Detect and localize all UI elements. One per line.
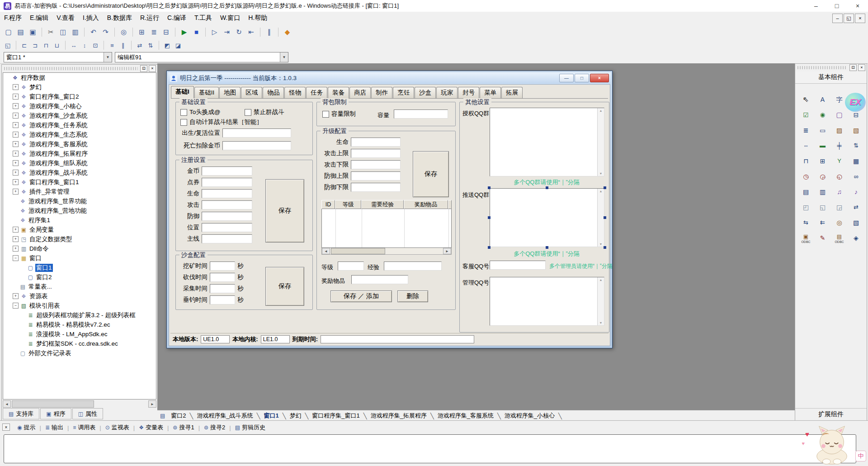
component-directory-box[interactable]: ◱ [816, 201, 829, 214]
output-tab-剪辑历史[interactable]: ▤剪辑历史 [231, 423, 269, 433]
paste-button[interactable]: ▥ [70, 26, 81, 38]
component-updown[interactable]: ⇅ [850, 139, 863, 152]
output-text-area[interactable] [4, 434, 856, 463]
same-height-button[interactable]: ↕ [80, 40, 90, 50]
scroll-up-icon[interactable]: ▲ [599, 108, 603, 113]
run-button[interactable]: ▶ [179, 26, 190, 38]
align-top-button[interactable]: ⊓ [41, 40, 51, 50]
table-horizontal-scrollbar[interactable]: ◄ ► [321, 248, 452, 255]
output-tab-提示[interactable]: ◉提示 [14, 423, 39, 433]
component-hyperlink[interactable]: ∞ [850, 170, 863, 183]
designer-tab-装备[interactable]: 装备 [328, 87, 349, 98]
panel-close-button[interactable]: × [858, 64, 865, 71]
scroll-up-icon[interactable]: ▲ [599, 189, 603, 194]
designer-titlebar[interactable]: 明日之后第一季 ------------- 当前版本：1.0.3 — □ × [168, 72, 611, 84]
component-database-box[interactable]: ◎ [833, 216, 846, 229]
bring-front-button[interactable]: ◩ [162, 40, 172, 50]
mdi-tab-窗口2[interactable]: 窗口2 [167, 411, 189, 420]
expand-icon[interactable]: + [13, 170, 19, 176]
tree-item[interactable]: +❖游戏程序集_客服系统 [3, 139, 156, 149]
component-checkbox[interactable]: ☑ [800, 109, 812, 121]
find-button[interactable]: ◎ [118, 26, 129, 38]
wizard-button[interactable]: ◆ [282, 26, 293, 38]
upgrade-input-3[interactable] [351, 171, 401, 181]
expand-icon[interactable]: + [13, 160, 19, 166]
tree-item[interactable]: +❖游戏程序集_战斗系统 [3, 168, 156, 177]
upgrade-save-button[interactable]: 保存 [413, 151, 449, 197]
close-button[interactable]: × [847, 0, 868, 12]
designer-tab-烹饪[interactable]: 烹饪 [393, 87, 414, 98]
component-drive-box[interactable]: ◲ [833, 201, 846, 214]
tree-item[interactable]: ▤常量表... [3, 282, 156, 291]
designer-tab-地图[interactable]: 地图 [219, 87, 241, 98]
scroll-up-icon[interactable]: ▲ [599, 277, 603, 282]
menu-item-B.数据库[interactable]: B.数据库 [103, 12, 136, 24]
scroll-down-icon[interactable]: ▼ [599, 171, 603, 176]
tree-item[interactable]: ≣浪漫模块 - LM_AppSdk.ec [3, 329, 156, 339]
selection-handle[interactable] [488, 186, 491, 189]
component-file-box[interactable]: ◰ [800, 201, 812, 214]
copy-button[interactable]: ◫ [57, 26, 69, 38]
mdi-minimize-button[interactable]: – [832, 14, 843, 23]
step-into-button[interactable]: ⇥ [221, 26, 232, 38]
designer-tab-区域[interactable]: 区域 [241, 87, 262, 98]
component-cursor[interactable]: ⇖ [800, 93, 812, 106]
capacity-input[interactable] [394, 109, 448, 119]
component-button[interactable]: ▭ [816, 124, 829, 137]
register-input-3[interactable] [202, 200, 252, 209]
service-qq-input[interactable] [490, 261, 546, 270]
open-file-button[interactable]: ▤ [15, 26, 26, 38]
table-column-等级[interactable]: 等级 [335, 200, 361, 209]
component-label[interactable]: A [816, 93, 829, 106]
collapse-icon[interactable]: − [13, 255, 19, 261]
component-odbc-query[interactable]: ▤ODBC [833, 232, 846, 244]
tree-item[interactable]: +❖游戏程序集_生态系统 [3, 130, 156, 139]
expand-icon[interactable]: + [13, 179, 19, 185]
upgrade-input-2[interactable] [351, 160, 401, 169]
register-save-button[interactable]: 保存 [265, 179, 304, 243]
register-input-4[interactable] [202, 212, 252, 221]
tree-item[interactable]: +❖窗口程序集_窗口2 [3, 92, 156, 101]
tree-item[interactable]: +▥Dll命令 [3, 244, 156, 253]
scroll-down-icon[interactable]: ▼ [599, 242, 603, 247]
output-close-button[interactable]: × [2, 423, 10, 431]
tree-item[interactable]: +❖资源表 [3, 291, 156, 301]
upgrade-input-4[interactable] [351, 183, 401, 192]
step-over-button[interactable]: ↻ [233, 26, 245, 38]
expand-icon[interactable]: + [13, 141, 19, 147]
designer-tab-物品[interactable]: 物品 [263, 87, 284, 98]
scrollbar-thumb[interactable] [12, 400, 94, 408]
scroll-down-icon[interactable]: ▼ [599, 320, 603, 325]
selection-handle[interactable] [604, 216, 606, 219]
designer-tab-商店[interactable]: 商店 [349, 87, 371, 98]
scroll-left-icon[interactable]: ◄ [3, 400, 11, 408]
tree-horizontal-scrollbar[interactable]: ◄ ► [3, 400, 156, 408]
tree-item[interactable]: ▢外部文件记录表 [3, 348, 156, 358]
mdi-tab-窗口1[interactable]: 窗口1 [260, 411, 282, 420]
active-window-combo[interactable]: 窗口1 * ▼ [4, 52, 112, 62]
tree-item[interactable]: +❖游戏程序集_沙盒系统 [3, 111, 156, 120]
menu-item-V.查看[interactable]: V.查看 [52, 12, 79, 24]
dropdown-arrow-icon[interactable]: ▼ [104, 52, 112, 62]
scrollbar-track[interactable] [385, 248, 443, 254]
table-body[interactable] [321, 209, 452, 248]
component-h-scrollbar[interactable]: ⇔ [800, 139, 812, 152]
same-width-button[interactable]: ↔ [69, 40, 79, 50]
menu-item-H.帮助[interactable]: H.帮助 [244, 12, 271, 24]
tree-item[interactable]: +❖游戏程序集_小核心 [3, 101, 156, 111]
tree-item[interactable]: +❖插件_异常管理 [3, 187, 156, 196]
designer-tab-制作[interactable]: 制作 [371, 87, 392, 98]
ime-indicator[interactable]: 中 [855, 451, 866, 461]
level-input[interactable] [338, 262, 364, 271]
component-grid-box[interactable]: ⊞ [816, 155, 829, 167]
sandbox-input-0[interactable] [210, 262, 235, 271]
admin-qq-textarea[interactable]: ▲ ▼ [490, 277, 604, 326]
designer-tab-怪物[interactable]: 怪物 [284, 87, 306, 98]
panel-close-button[interactable]: × [149, 65, 156, 72]
mdi-tab-游戏程序集_战斗系统[interactable]: 游戏程序集_战斗系统 [193, 411, 256, 420]
tree-item[interactable]: +◳自定义数据类型 [3, 234, 156, 244]
view-form-button[interactable]: ⊞ [136, 26, 147, 38]
side-tab-支持库[interactable]: ▤支持库 [3, 408, 39, 419]
expand-icon[interactable]: + [13, 132, 19, 138]
expand-icon[interactable]: + [13, 189, 19, 195]
